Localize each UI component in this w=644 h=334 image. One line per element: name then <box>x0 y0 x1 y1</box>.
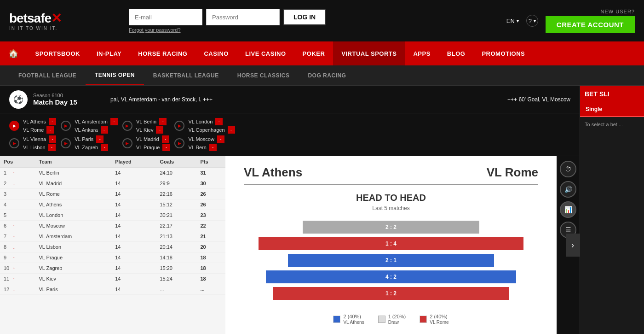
cell-goals: ... <box>156 284 196 295</box>
h2h-bar-3: 2 : 1 <box>244 254 538 267</box>
sub-nav-horse-classics[interactable]: HORSE CLASSICS <box>228 65 299 85</box>
score-btn-vienna[interactable]: - <box>49 135 56 143</box>
nav-item-inplay[interactable]: IN-PLAY <box>88 41 130 65</box>
ticker-info: Season 6100 Match Day 15 <box>33 93 77 106</box>
score-btn-moscow[interactable]: - <box>217 135 224 143</box>
match-team-bern: VL Bern - <box>188 144 224 151</box>
new-user-area: NEW USER? CREATE ACCOUNT <box>546 9 635 33</box>
sub-nav-basketball-league[interactable]: BASKETBALL LEAGUE <box>144 65 228 85</box>
nav-item-poker[interactable]: POKER <box>294 41 334 65</box>
play-icon-8[interactable]: ▶ <box>174 138 184 148</box>
table-row[interactable]: 2↓ VL Madrid 14 29:9 30 <box>0 178 225 189</box>
cell-team: VL Madrid <box>35 178 112 189</box>
nav-item-horse-racing[interactable]: HORSE RACING <box>130 41 196 65</box>
table-row[interactable]: 3 VL Rome 14 22:16 26 <box>0 189 225 199</box>
legend-rome-label: 2 (40%)VL Rome <box>430 314 448 325</box>
table-row[interactable]: 5 VL London 14 30:21 23 <box>0 210 225 221</box>
legend-blue-icon <box>333 316 340 323</box>
nav-item-apps[interactable]: APPS <box>405 41 438 65</box>
cell-played: 14 <box>111 242 156 252</box>
score-btn-amsterdam[interactable]: - <box>110 118 118 125</box>
h2h-divider <box>244 184 538 185</box>
cell-goals: 15:12 <box>156 199 196 210</box>
cell-pos: 1↑ <box>0 168 35 178</box>
col-pts: Pts <box>196 156 225 168</box>
cell-played: 14 <box>111 168 156 178</box>
sub-nav: FOOTBALL LEAGUE TENNIS OPEN BASKETBALL L… <box>0 65 644 86</box>
play-icon-2[interactable]: ▶ <box>9 138 19 148</box>
nav-item-home[interactable]: 🏠 <box>0 41 27 65</box>
create-account-button[interactable]: CREATE ACCOUNT <box>546 16 635 33</box>
cell-goals: 15:24 <box>156 274 196 284</box>
email-field[interactable] <box>129 9 202 25</box>
play-icon-3[interactable]: ▶ <box>61 121 71 131</box>
match-group-1: ▶ VL Athens - VL Rome - ▶ VL Vie <box>9 118 56 151</box>
play-icon-6[interactable]: ▶ <box>122 138 132 148</box>
score-btn-paris[interactable]: - <box>96 135 104 143</box>
cell-pos: 7↑ <box>0 231 35 242</box>
h2h-team2-name: VL Rome <box>487 165 538 180</box>
timer-control-button[interactable]: ⏱ <box>560 161 576 177</box>
score-btn-prague[interactable]: - <box>162 144 170 151</box>
h2h-legend: 2 (40%)VL Athens 1 (20%)Draw 2 (40%)VL R… <box>333 314 448 325</box>
play-icon-4[interactable]: ▶ <box>61 138 71 148</box>
nav-item-live-casino[interactable]: LIVE CASINO <box>237 41 294 65</box>
table-row[interactable]: 1↑ VL Berlin 14 24:10 31 <box>0 168 225 178</box>
cell-pos: 2↓ <box>0 178 35 189</box>
table-row[interactable]: 6↑ VL Moscow 14 22:17 22 <box>0 221 225 231</box>
play-icon-7[interactable]: ▶ <box>174 121 184 131</box>
cell-goals: 15:20 <box>156 263 196 274</box>
stats-control-button[interactable]: 📊 <box>560 201 576 218</box>
score-btn-madrid[interactable]: - <box>162 135 169 143</box>
sub-nav-football-league[interactable]: FOOTBALL LEAGUE <box>9 65 86 85</box>
password-field[interactable] <box>206 9 280 25</box>
bet-slip-header: BET SLI <box>580 86 644 102</box>
h2h-title: HEAD TO HEAD <box>356 193 426 203</box>
nav-item-promotions[interactable]: PROMOTIONS <box>473 41 533 65</box>
help-button[interactable]: ? ▾ <box>526 15 538 27</box>
score-btn-zagreb[interactable]: - <box>101 144 108 151</box>
score-btn-athens[interactable]: - <box>49 118 56 125</box>
table-row[interactable]: 11↑ VL Kiev 14 15:24 18 <box>0 274 225 284</box>
table-row[interactable]: 10↑ VL Zagreb 14 15:20 18 <box>0 263 225 274</box>
table-row[interactable]: 12↓ VL Paris 14 ... ... <box>0 284 225 295</box>
match-teams-1: VL Athens - VL Rome - <box>23 118 56 134</box>
nav-item-casino[interactable]: CASINO <box>196 41 237 65</box>
play-icon-5[interactable]: ▶ <box>122 121 132 131</box>
sub-nav-tennis-open[interactable]: TENNIS OPEN <box>86 65 144 85</box>
play-icon-1[interactable]: ▶ <box>9 121 19 131</box>
legend-athens-label: 2 (40%)VL Athens <box>343 314 364 325</box>
ticker-right: +++ 60' Goal, VL Moscow <box>507 96 570 103</box>
ticker-left: ⚽ Season 6100 Match Day 15 <box>9 90 101 109</box>
forgot-password-link[interactable]: Forgot your password? <box>129 27 326 33</box>
match-pair-london-copenhagen: ▶ VL London - VL Copenhagen - <box>174 118 235 134</box>
nav-item-blog[interactable]: BLOG <box>439 41 474 65</box>
table-row[interactable]: 4 VL Athens 14 15:12 26 <box>0 199 225 210</box>
nav-item-virtual-sports[interactable]: VIRTUAL SPORTS <box>333 41 405 65</box>
score-btn-copenhagen[interactable]: - <box>228 126 235 134</box>
ticker-scroll: pal, VL Amsterdam - van der Stock, l. ++… <box>110 96 498 103</box>
bet-slip: BET SLI Single To select a bet ... <box>580 86 644 334</box>
table-row[interactable]: 9↑ VL Prague 14 14:18 18 <box>0 252 225 263</box>
score-btn-bern[interactable]: - <box>209 144 217 151</box>
sub-nav-dog-racing[interactable]: DOG RACING <box>299 65 355 85</box>
login-button[interactable]: LOG IN <box>283 9 326 25</box>
score-btn-london[interactable]: - <box>215 118 223 125</box>
next-match-button[interactable]: › <box>566 234 580 257</box>
score-btn-ankara[interactable]: - <box>101 126 108 134</box>
nav-item-sportsbook[interactable]: SPORTSBOOK <box>27 41 88 65</box>
table-row[interactable]: 7↑ VL Amsterdam 14 21:13 21 <box>0 231 225 242</box>
bet-slip-single-tab[interactable]: Single <box>580 102 644 117</box>
match-team-moscow: VL Moscow - <box>188 135 224 143</box>
score-btn-berlin[interactable]: - <box>159 118 167 125</box>
h2h-panel: VL Athens VL Rome HEAD TO HEAD Last 5 ma… <box>225 156 557 334</box>
match-team-athens: VL Athens - <box>23 118 56 125</box>
cell-pos: 12↓ <box>0 284 35 295</box>
score-btn-lisbon[interactable]: - <box>48 144 56 151</box>
score-btn-rome[interactable]: - <box>46 126 54 134</box>
table-row[interactable]: 8↓ VL Lisbon 14 20:14 20 <box>0 242 225 252</box>
score-btn-kiev[interactable]: - <box>156 126 163 134</box>
sound-control-button[interactable]: 🔊 <box>560 181 576 198</box>
language-selector[interactable]: EN ▾ <box>506 18 519 24</box>
match-teams-3: VL Amsterdam - VL Ankara - <box>75 118 118 134</box>
